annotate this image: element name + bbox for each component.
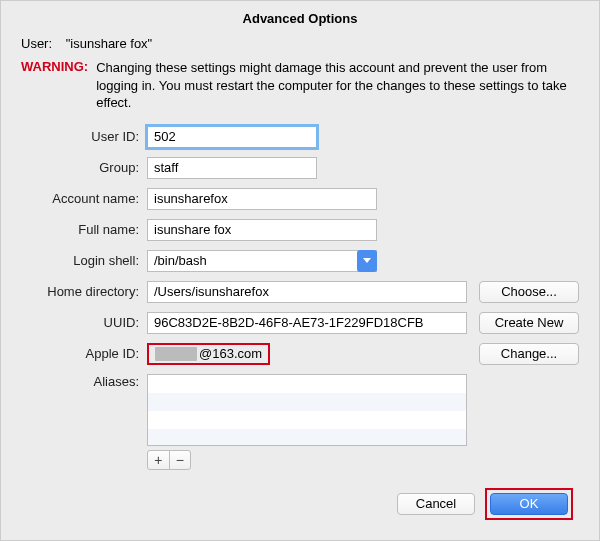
account-name-label: Account name: [21,191,139,206]
warning-label: WARNING: [21,59,88,112]
login-shell-select[interactable]: /bin/bash [147,250,377,272]
uuid-input[interactable] [147,312,467,334]
user-id-input[interactable] [147,126,317,148]
list-item [148,411,466,429]
cancel-button[interactable]: Cancel [397,493,475,515]
list-item [148,393,466,411]
group-label: Group: [21,160,139,175]
group-input[interactable] [147,157,317,179]
user-value: "isunshare fox" [66,36,153,51]
home-directory-input[interactable] [147,281,467,303]
apple-id-value-box: @163.com [147,343,270,365]
full-name-label: Full name: [21,222,139,237]
uuid-label: UUID: [21,315,139,330]
ok-highlight-box: OK [485,488,573,520]
full-name-input[interactable] [147,219,377,241]
user-label: User: [21,36,52,51]
login-shell-label: Login shell: [21,253,139,268]
create-new-button[interactable]: Create New [479,312,579,334]
aliases-label: Aliases: [21,374,139,389]
warning-text: Changing these settings might damage thi… [96,59,579,112]
ok-button[interactable]: OK [490,493,568,515]
list-item [148,375,466,393]
apple-id-suffix: @163.com [199,346,262,361]
home-directory-label: Home directory: [21,284,139,299]
plus-icon: + [154,453,162,467]
login-shell-value: /bin/bash [148,253,357,268]
remove-alias-button[interactable]: − [169,451,191,469]
apple-id-label: Apple ID: [21,346,139,361]
select-dropdown-button[interactable] [357,250,377,272]
dialog-title: Advanced Options [1,1,599,30]
change-button[interactable]: Change... [479,343,579,365]
account-name-input[interactable] [147,188,377,210]
list-item [148,429,466,446]
aliases-listbox[interactable] [147,374,467,446]
add-alias-button[interactable]: + [148,451,169,469]
user-id-label: User ID: [21,129,139,144]
choose-button[interactable]: Choose... [479,281,579,303]
minus-icon: − [176,453,184,467]
apple-id-masked [155,347,197,361]
chevron-down-icon [363,258,371,263]
